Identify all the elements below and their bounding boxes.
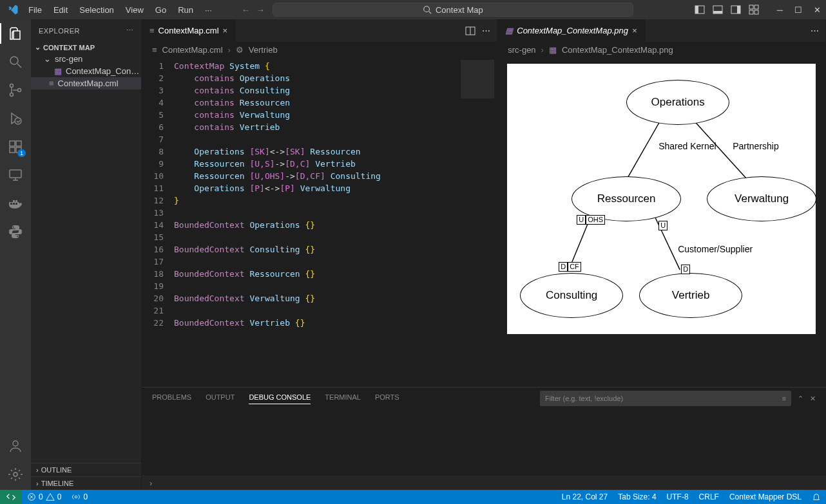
window-maximize-icon[interactable]: ☐ bbox=[794, 5, 802, 15]
status-language-mode[interactable]: Context Mapper DSL bbox=[724, 492, 807, 501]
menu-run[interactable]: Run bbox=[173, 3, 198, 17]
activity-docker-icon[interactable] bbox=[6, 194, 24, 212]
breadcrumb-right[interactable]: src-gen › ▦ ContextMap_ContextMap.png bbox=[497, 42, 825, 57]
command-center[interactable]: Context Map bbox=[273, 3, 633, 17]
tree-folder-src-gen[interactable]: ⌄ src-gen bbox=[31, 53, 141, 65]
layout-customize-icon[interactable] bbox=[749, 5, 759, 15]
chevron-right-icon: › bbox=[36, 480, 39, 487]
activity-source-control-icon[interactable] bbox=[6, 81, 24, 99]
breadcrumb-item[interactable]: ContextMap_ContextMap.png bbox=[562, 45, 673, 55]
explorer-title: EXPLORER bbox=[39, 27, 80, 35]
explorer-more-icon[interactable]: ⋯ bbox=[126, 26, 134, 35]
status-errors[interactable]: 0 0 bbox=[22, 492, 66, 501]
activity-accounts-icon[interactable] bbox=[6, 437, 24, 455]
chevron-right-icon: › bbox=[541, 45, 544, 55]
chevron-right-icon: › bbox=[149, 478, 152, 488]
svg-rect-5 bbox=[713, 11, 722, 14]
tree-file-cml[interactable]: ≡ ContextMap.cml bbox=[31, 77, 141, 89]
panel-tab-problems[interactable]: PROBLEMS bbox=[152, 393, 191, 404]
nav-forward-icon[interactable]: → bbox=[256, 5, 265, 15]
activity-python-icon[interactable] bbox=[6, 223, 24, 241]
filter-settings-icon[interactable]: ≡ bbox=[782, 395, 786, 402]
chevron-right-icon: › bbox=[36, 466, 39, 474]
role-ohs: OHS bbox=[586, 215, 605, 225]
status-cursor-position[interactable]: Ln 22, Col 27 bbox=[557, 492, 613, 501]
svg-rect-10 bbox=[749, 10, 753, 14]
filter-placeholder: Filter (e.g. text, !exclude) bbox=[545, 395, 623, 402]
breadcrumb-item[interactable]: Vertrieb bbox=[249, 45, 278, 55]
activity-remote-explorer-icon[interactable] bbox=[6, 166, 24, 184]
menu-···[interactable]: ··· bbox=[200, 3, 217, 17]
activity-settings-icon[interactable] bbox=[6, 465, 24, 483]
code-editor[interactable]: 12345678910111213141516171819202122 Cont… bbox=[142, 57, 497, 387]
image-file-icon: ▦ bbox=[549, 45, 557, 55]
tab-contextmap-png[interactable]: ▦ ContextMap_ContextMap.png × bbox=[497, 19, 645, 42]
debug-repl-input[interactable]: › bbox=[142, 476, 826, 490]
activity-run-debug-icon[interactable] bbox=[6, 109, 24, 127]
more-actions-icon[interactable]: ⋯ bbox=[811, 26, 819, 35]
menu-go[interactable]: Go bbox=[150, 3, 171, 17]
status-tab-size[interactable]: Tab Size: 4 bbox=[613, 492, 661, 501]
window-close-icon[interactable]: ✕ bbox=[814, 5, 821, 15]
activity-bar: 1 bbox=[0, 19, 31, 490]
status-ports[interactable]: 0 bbox=[66, 492, 93, 501]
status-encoding[interactable]: UTF-8 bbox=[662, 492, 694, 501]
editor-group-left: ≡ ContextMap.cml × ⋯ ≡ ContextMap.cml › … bbox=[142, 19, 497, 387]
role-cf: CF bbox=[568, 262, 581, 272]
activity-extensions-icon[interactable]: 1 bbox=[6, 138, 24, 156]
image-file-icon: ▦ bbox=[54, 66, 62, 76]
image-file-icon: ▦ bbox=[505, 26, 513, 35]
edge-label-partnership: Partnership bbox=[733, 141, 779, 151]
breadcrumb-left[interactable]: ≡ ContextMap.cml › ⚙ Vertrieb bbox=[142, 42, 497, 57]
chevron-down-icon: ⌄ bbox=[35, 43, 41, 51]
status-remote-icon[interactable] bbox=[0, 490, 22, 504]
panel-close-icon[interactable]: ✕ bbox=[810, 395, 816, 403]
status-notifications-icon[interactable] bbox=[807, 492, 826, 501]
split-editor-icon[interactable] bbox=[465, 26, 475, 36]
menu-selection[interactable]: Selection bbox=[74, 3, 119, 17]
close-icon[interactable]: × bbox=[223, 26, 228, 35]
layout-toggle-bottom-icon[interactable] bbox=[713, 5, 723, 15]
extensions-badge: 1 bbox=[17, 149, 26, 157]
panel-tab-terminal[interactable]: TERMINAL bbox=[325, 393, 361, 404]
svg-line-27 bbox=[624, 118, 661, 183]
nav-back-icon[interactable]: ← bbox=[242, 5, 250, 15]
close-icon[interactable]: × bbox=[632, 26, 637, 35]
minimap[interactable] bbox=[461, 57, 497, 387]
menu-bar: FileEditSelectionViewGoRun··· bbox=[23, 3, 217, 17]
panel-tab-debug-console[interactable]: DEBUG CONSOLE bbox=[249, 393, 311, 404]
more-actions-icon[interactable]: ⋯ bbox=[482, 26, 490, 35]
activity-explorer-icon[interactable] bbox=[6, 24, 24, 42]
nav-arrows: ← → bbox=[242, 5, 265, 15]
tab-bar-left: ≡ ContextMap.cml × ⋯ bbox=[142, 19, 497, 42]
tab-bar-right: ▦ ContextMap_ContextMap.png × ⋯ bbox=[497, 19, 825, 42]
breadcrumb-item[interactable]: ContextMap.cml bbox=[162, 45, 223, 55]
status-eol[interactable]: CRLF bbox=[694, 492, 724, 501]
image-preview[interactable]: Operations Ressourcen Verwaltung Consult… bbox=[497, 57, 825, 387]
root-label: CONTEXT MAP bbox=[43, 44, 95, 51]
menu-edit[interactable]: Edit bbox=[48, 3, 73, 17]
file-label: ContextMap.cml bbox=[58, 79, 119, 88]
role-d: D bbox=[559, 262, 568, 272]
layout-toggle-right-icon[interactable] bbox=[731, 5, 741, 15]
breadcrumb-item[interactable]: src-gen bbox=[508, 45, 535, 55]
tab-contextmap-cml[interactable]: ≡ ContextMap.cml × bbox=[142, 19, 236, 42]
sidebar-outline[interactable]: › OUTLINE bbox=[31, 463, 141, 476]
window-minimize-icon[interactable]: ─ bbox=[777, 5, 783, 15]
layout-toggle-left-icon[interactable] bbox=[695, 5, 705, 15]
svg-rect-3 bbox=[695, 6, 698, 14]
panel-collapse-icon[interactable]: ⌃ bbox=[798, 395, 803, 403]
tree-file-png[interactable]: ▦ ContextMap_Contex... bbox=[31, 65, 141, 77]
menu-file[interactable]: File bbox=[23, 3, 47, 17]
panel-tab-ports[interactable]: PORTS bbox=[375, 393, 399, 404]
svg-point-0 bbox=[424, 6, 430, 12]
node-operations: Operations bbox=[626, 80, 729, 125]
menu-view[interactable]: View bbox=[120, 3, 149, 17]
svg-point-14 bbox=[10, 84, 14, 88]
sidebar-root[interactable]: ⌄ CONTEXT MAP bbox=[31, 42, 141, 53]
activity-search-icon[interactable] bbox=[6, 53, 24, 71]
role-u: U bbox=[658, 221, 668, 230]
debug-filter-input[interactable]: Filter (e.g. text, !exclude) ≡ bbox=[540, 391, 791, 406]
panel-tab-output[interactable]: OUTPUT bbox=[206, 393, 235, 404]
sidebar-timeline[interactable]: › TIMELINE bbox=[31, 476, 141, 490]
